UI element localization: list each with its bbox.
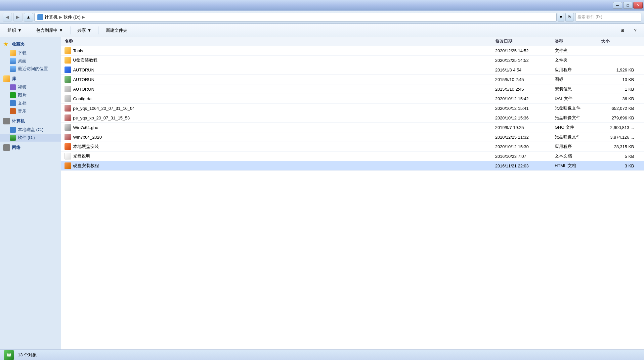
sidebar-item-drive-c[interactable]: 本地磁盘 (C:) <box>0 126 61 134</box>
sidebar-section-library: 库 视频 图片 文档 音乐 <box>0 74 61 115</box>
file-type-icon <box>64 105 71 112</box>
table-row[interactable]: pe_yqs_1064_20_07_31_16_04 2020/10/12 15… <box>61 104 644 113</box>
col-header-size[interactable]: 大小 <box>601 38 641 44</box>
table-row[interactable]: Win7x64_2020 2020/12/25 11:32 光盘映像文件 3,8… <box>61 132 644 142</box>
table-row[interactable]: AUTORUN 2015/5/10 2:45 图标 10 KB <box>61 75 644 84</box>
up-icon: ▲ <box>26 15 31 20</box>
include-label: 包含到库中 <box>36 27 58 33</box>
minimize-button[interactable]: ─ <box>613 2 622 9</box>
view-button[interactable]: ⊞ <box>616 25 628 35</box>
file-size: 1 KB <box>601 87 641 92</box>
file-name-text: 光盘说明 <box>73 153 90 159</box>
file-size: 3,874,126 ... <box>601 135 641 140</box>
sidebar-item-doc[interactable]: 文档 <box>0 99 61 107</box>
file-type: 文本文档 <box>555 153 601 159</box>
table-row[interactable]: 硬盘安装教程 2016/11/21 22:03 HTML 文档 3 KB <box>61 161 644 171</box>
file-type: HTML 文档 <box>555 163 601 169</box>
search-placeholder: 搜索 软件 (D:) <box>578 14 602 20</box>
help-button[interactable]: ? <box>630 25 641 35</box>
table-row[interactable]: 本地硬盘安装 2020/10/12 15:30 应用程序 28,315 KB <box>61 142 644 152</box>
file-date: 2015/5/10 2:45 <box>495 77 555 82</box>
toolbar-sep-1 <box>29 26 29 34</box>
col-header-name[interactable]: 名称 <box>64 38 495 44</box>
table-row[interactable]: pe_yqs_xp_20_07_31_15_53 2020/10/12 15:3… <box>61 113 644 123</box>
table-row[interactable]: Config.dat 2020/10/12 15:42 DAT 文件 36 KB <box>61 94 644 104</box>
file-size: 2,900,813 ... <box>601 125 641 130</box>
table-row[interactable]: AUTORUN 2016/1/8 4:54 应用程序 1,926 KB <box>61 65 644 75</box>
desktop-icon <box>10 58 16 64</box>
back-button[interactable]: ◀ <box>3 13 12 22</box>
include-library-button[interactable]: 包含到库中 ▼ <box>32 25 67 35</box>
file-date: 2015/5/10 2:45 <box>495 87 555 92</box>
file-name: Tools <box>64 47 495 54</box>
organize-button[interactable]: 组织 ▼ <box>3 25 26 35</box>
file-type-icon <box>64 67 71 73</box>
table-row[interactable]: U盘安装教程 2020/12/25 14:52 文件夹 <box>61 56 644 65</box>
table-row[interactable]: Win7x64.gho 2019/9/7 19:25 GHO 文件 2,900,… <box>61 123 644 132</box>
file-date: 2020/10/12 15:36 <box>495 115 555 120</box>
file-type: 文件夹 <box>555 57 601 63</box>
file-size: 28,315 KB <box>601 144 641 149</box>
sidebar-item-video[interactable]: 视频 <box>0 83 61 91</box>
sidebar-item-download[interactable]: 下载 <box>0 49 61 57</box>
status-app-icon: W <box>4 350 14 360</box>
file-date: 2016/1/8 4:54 <box>495 68 555 72</box>
toolbar-sep-3 <box>99 26 99 34</box>
file-name-text: Win7x64.gho <box>73 125 98 130</box>
sidebar-item-image[interactable]: 图片 <box>0 91 61 99</box>
new-folder-button[interactable]: 新建文件夹 <box>102 25 132 35</box>
address-path[interactable]: ☰ 计算机 ▶ 软件 (D:) ▶ <box>34 13 557 22</box>
share-button[interactable]: 共享 ▼ <box>73 25 96 35</box>
share-dropdown-icon: ▼ <box>87 28 92 33</box>
refresh-button[interactable]: ↻ <box>565 13 574 22</box>
address-dropdown-button[interactable]: ▼ <box>558 13 564 22</box>
file-name: AUTORUN <box>64 67 495 73</box>
video-icon <box>10 84 16 90</box>
toolbar-sep-2 <box>70 26 70 34</box>
up-button[interactable]: ▲ <box>24 13 33 22</box>
sidebar-header-library[interactable]: 库 <box>0 74 61 83</box>
library-icon <box>3 75 10 82</box>
video-label: 视频 <box>18 84 26 90</box>
forward-button[interactable]: ▶ <box>13 13 22 22</box>
file-type: 应用程序 <box>555 67 601 73</box>
sidebar-header-computer[interactable]: 计算机 <box>0 116 61 126</box>
computer-label: 计算机 <box>12 118 25 124</box>
doc-icon <box>10 100 16 106</box>
file-name: 本地硬盘安装 <box>64 143 495 150</box>
image-label: 图片 <box>18 92 26 98</box>
addressbar: ◀ ▶ ▲ ☰ 计算机 ▶ 软件 (D:) ▶ ▼ ↻ 搜索 软件 (D:) <box>0 11 644 24</box>
file-type-icon <box>64 76 71 83</box>
col-header-date[interactable]: 修改日期 <box>495 38 555 44</box>
sidebar-item-desktop[interactable]: 桌面 <box>0 57 61 65</box>
sidebar-item-recent[interactable]: 最近访问的位置 <box>0 65 61 73</box>
table-row[interactable]: AUTORUN 2015/5/10 2:45 安装信息 1 KB <box>61 84 644 94</box>
file-size: 279,696 KB <box>601 115 641 120</box>
file-name-text: AUTORUN <box>73 87 94 92</box>
file-type-icon <box>64 153 71 159</box>
maximize-button[interactable]: □ <box>623 2 632 9</box>
drive-c-icon <box>10 127 16 133</box>
file-type: DAT 文件 <box>555 96 601 102</box>
file-date: 2020/10/12 15:41 <box>495 106 555 111</box>
file-size: 3 KB <box>601 163 641 168</box>
download-label: 下载 <box>18 50 26 56</box>
desktop-label: 桌面 <box>18 58 26 64</box>
close-button[interactable]: ✕ <box>633 2 643 9</box>
sidebar-header-favorites[interactable]: ★ 收藏夹 <box>0 40 61 49</box>
file-name-text: Config.dat <box>73 96 93 101</box>
file-name-text: 本地硬盘安装 <box>73 144 99 150</box>
col-header-type[interactable]: 类型 <box>555 38 601 44</box>
sidebar-header-network[interactable]: 网络 <box>0 143 61 152</box>
file-name: 硬盘安装教程 <box>64 162 495 169</box>
search-box[interactable]: 搜索 软件 (D:) <box>575 13 641 22</box>
file-type: 光盘映像文件 <box>555 134 601 140</box>
sidebar-item-music[interactable]: 音乐 <box>0 107 61 115</box>
new-folder-label: 新建文件夹 <box>106 27 127 33</box>
sidebar-item-drive-d[interactable]: 软件 (D:) <box>0 134 61 142</box>
table-row[interactable]: 光盘说明 2016/10/23 7:07 文本文档 5 KB <box>61 152 644 161</box>
music-icon <box>10 108 16 114</box>
table-row[interactable]: Tools 2020/12/25 14:52 文件夹 <box>61 46 644 56</box>
forward-icon: ▶ <box>16 15 20 20</box>
file-type-icon <box>64 95 71 102</box>
